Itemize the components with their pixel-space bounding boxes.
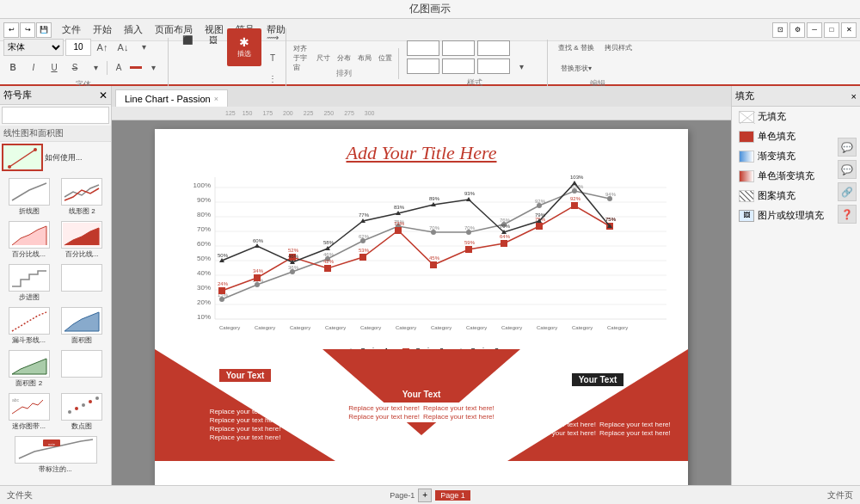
- font-decrease-btn[interactable]: A↓: [114, 38, 132, 57]
- style-1[interactable]: [407, 40, 439, 56]
- strikethrough-btn[interactable]: S: [65, 58, 84, 77]
- find-replace-btn[interactable]: 查找 & 替换: [555, 38, 598, 57]
- image-btn[interactable]: 🖼: [201, 28, 225, 52]
- svg-rect-79: [501, 240, 507, 247]
- center-replace1[interactable]: Replace your text here!: [348, 404, 420, 412]
- undo-btn[interactable]: ↩: [3, 22, 19, 38]
- chart-item-area4[interactable]: 面积图 2: [3, 348, 55, 390]
- svg-text:Category: Category: [466, 325, 487, 330]
- chart-item-blank2[interactable]: [57, 348, 108, 390]
- chart-item-area1[interactable]: 百分比线...: [3, 219, 55, 261]
- fill-pattern-label: 图案填充: [758, 189, 796, 202]
- menu-file[interactable]: 文件: [57, 22, 86, 38]
- italic-btn[interactable]: I: [24, 58, 43, 77]
- svg-text:73%: 73%: [394, 221, 405, 226]
- chart-item-area2[interactable]: 百分比线...: [57, 219, 108, 261]
- fill-none[interactable]: 无填充: [732, 107, 860, 126]
- center-your-text[interactable]: Your Text: [396, 388, 448, 401]
- right-replace2[interactable]: Replace your text here!: [599, 421, 671, 428]
- left-your-text[interactable]: Your Text: [219, 369, 272, 382]
- right-replace4[interactable]: Replace your text here!: [599, 429, 671, 437]
- maximize-btn[interactable]: □: [824, 22, 839, 38]
- style-more[interactable]: ▾: [512, 58, 531, 77]
- svg-rect-81: [571, 202, 578, 209]
- text-more-btn[interactable]: ▾: [86, 58, 105, 77]
- replace-style-btn[interactable]: 替换形状▾: [555, 58, 598, 77]
- minimize-btn[interactable]: ─: [807, 22, 822, 38]
- chart-add-icon[interactable]: [2, 144, 43, 171]
- sidebar-close[interactable]: ✕: [99, 89, 108, 101]
- slide-title[interactable]: Add Your Title Here: [155, 142, 688, 164]
- style-2[interactable]: [442, 40, 475, 56]
- left-replace3[interactable]: Replace your text here!: [210, 425, 281, 433]
- highlight-btn[interactable]: ▾: [144, 58, 163, 77]
- active-tab[interactable]: Line Chart - Passion ×: [115, 89, 228, 107]
- chart-item-blank[interactable]: [57, 262, 108, 304]
- font-more-btn[interactable]: ▾: [134, 38, 153, 57]
- chart-item-annotate[interactable]: note 带标注的...: [3, 434, 108, 476]
- fill-none-icon: [739, 111, 754, 123]
- font-size-input[interactable]: [65, 39, 91, 56]
- shape-btn[interactable]: ⬛: [175, 28, 200, 52]
- underline-btn[interactable]: U: [45, 58, 64, 77]
- right-your-text[interactable]: Your Text: [572, 373, 624, 386]
- right-close-btn[interactable]: ×: [851, 91, 857, 101]
- style-5[interactable]: [442, 58, 475, 74]
- center-replace4[interactable]: Replace your text here!: [423, 413, 494, 421]
- save-btn[interactable]: 💾: [36, 22, 52, 38]
- right-replace1[interactable]: Replace your text here!: [525, 421, 596, 428]
- chart-item-dot[interactable]: 数点图: [57, 391, 108, 433]
- layout-btn[interactable]: 布局: [355, 48, 374, 67]
- svg-point-7: [68, 410, 71, 414]
- insert-main-btn[interactable]: ✱ 插选: [227, 28, 261, 66]
- menu-start[interactable]: 开始: [88, 22, 117, 38]
- chart-item-line2[interactable]: 线形图 2: [57, 176, 108, 218]
- font-family-select[interactable]: 宋体: [3, 39, 64, 56]
- text-btn[interactable]: T: [263, 49, 282, 68]
- size-btn[interactable]: 尺寸: [314, 48, 333, 67]
- left-replace2[interactable]: Replace your text here!: [210, 416, 281, 424]
- copy-style-btn[interactable]: 拷贝样式: [599, 38, 637, 57]
- chart-item-line1[interactable]: 折线图: [3, 176, 55, 218]
- chart-item-step[interactable]: 步进图: [3, 262, 55, 304]
- chart-label-spark: 迷你图带...: [12, 421, 46, 431]
- left-replace4[interactable]: Replace your text here!: [210, 433, 281, 441]
- page-label[interactable]: Page 1: [435, 490, 470, 501]
- add-page-btn[interactable]: +: [418, 489, 432, 502]
- link-icon[interactable]: 🔗: [838, 182, 857, 201]
- right-replace3[interactable]: Replace your text here!: [525, 429, 596, 437]
- align-btn[interactable]: 对齐于宇宙: [293, 48, 312, 67]
- chart-item-funnel[interactable]: 漏斗形线...: [3, 305, 55, 347]
- style-4[interactable]: [407, 58, 439, 74]
- share-btn[interactable]: ⊡: [772, 22, 788, 38]
- distribute-btn[interactable]: 分布: [335, 48, 353, 67]
- svg-rect-71: [218, 287, 225, 294]
- close-btn[interactable]: ✕: [841, 22, 857, 38]
- chat-icon-1[interactable]: 💬: [838, 138, 857, 157]
- center-replace3[interactable]: Replace your text here!: [348, 413, 420, 421]
- settings-btn[interactable]: ⚙: [789, 22, 805, 38]
- menu-insert[interactable]: 插入: [119, 22, 148, 38]
- tab-close-btn[interactable]: ×: [214, 95, 218, 103]
- chart-item-spark[interactable]: abc 迷你图带...: [3, 391, 55, 433]
- sidebar-search[interactable]: [2, 107, 109, 124]
- redo-btn[interactable]: ↪: [20, 22, 35, 38]
- center-replace2[interactable]: Replace your text here!: [423, 404, 494, 412]
- font-increase-btn[interactable]: A↑: [93, 38, 112, 57]
- ruler-horizontal: 125 150 175 200 225 250 275 300: [112, 107, 731, 120]
- position-btn[interactable]: 位置: [376, 48, 395, 67]
- extra-icons: 💬 💬 🔗 ❓: [838, 138, 857, 224]
- text-color-btn[interactable]: A: [109, 58, 128, 77]
- style-6[interactable]: [477, 58, 510, 74]
- connect-btn[interactable]: ⟿: [263, 28, 282, 47]
- chart-label-annotate: 带标注的...: [39, 464, 72, 474]
- help-icon[interactable]: ❓: [838, 205, 857, 224]
- page-thumb[interactable]: Page-1: [390, 491, 415, 500]
- canvas-scroll[interactable]: Add Your Title Here 10% 20% 30%: [112, 120, 731, 485]
- bold-btn[interactable]: B: [3, 58, 22, 77]
- chat-icon-2[interactable]: 💬: [838, 160, 857, 179]
- left-replace1[interactable]: Replace your text here!: [210, 408, 281, 415]
- chart-item-area3[interactable]: 面积图: [57, 305, 108, 347]
- main-layout: 符号库 ✕ 线性图和面积图 如何使用...: [0, 86, 860, 485]
- style-3[interactable]: [477, 40, 510, 56]
